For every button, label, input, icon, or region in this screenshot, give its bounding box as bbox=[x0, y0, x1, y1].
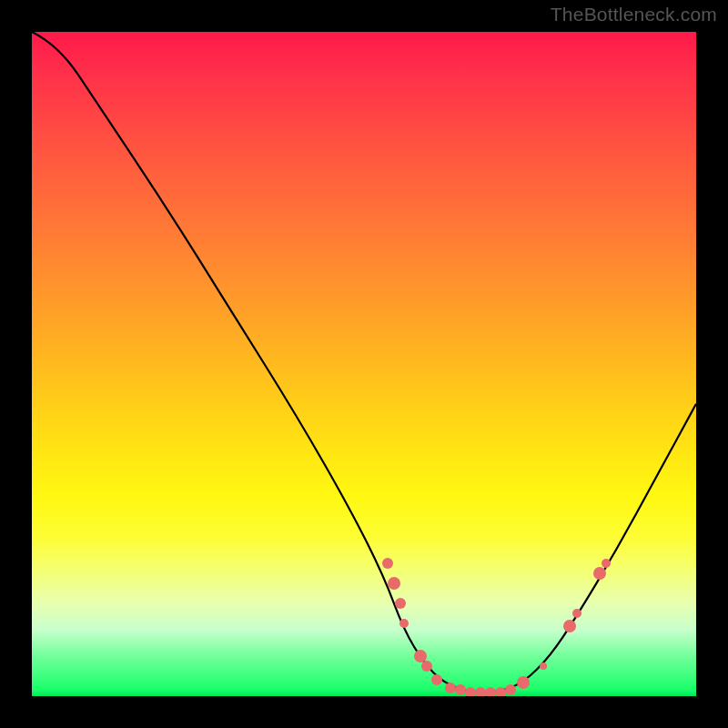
data-point bbox=[382, 558, 393, 569]
data-point bbox=[395, 598, 406, 609]
data-point bbox=[421, 661, 432, 672]
data-point bbox=[431, 674, 442, 685]
data-point bbox=[593, 567, 606, 580]
data-point bbox=[563, 620, 576, 632]
chart-plot-area bbox=[32, 32, 696, 696]
attribution-text: TheBottleneck.com bbox=[551, 4, 717, 25]
data-point bbox=[505, 684, 516, 695]
bottleneck-curve bbox=[32, 32, 696, 696]
data-point bbox=[388, 577, 400, 590]
data-point bbox=[540, 662, 547, 670]
data-point bbox=[399, 619, 409, 628]
data-point bbox=[572, 609, 581, 618]
data-point bbox=[517, 676, 530, 689]
data-point bbox=[602, 559, 611, 568]
